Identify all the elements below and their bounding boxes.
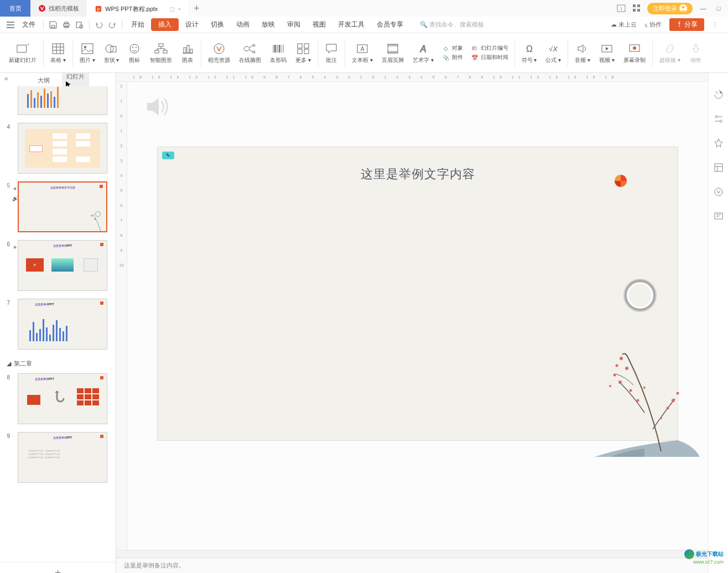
template-pane-icon[interactable] bbox=[714, 163, 724, 173]
ribbon-audio[interactable]: 音频 ▾ bbox=[570, 35, 595, 71]
ribbon-symbol[interactable]: Ω 符号 ▾ bbox=[517, 35, 542, 71]
cloud-status[interactable]: ☁ 未上云 bbox=[611, 20, 637, 29]
undo-icon[interactable] bbox=[93, 19, 105, 31]
svg-rect-37 bbox=[298, 44, 302, 48]
ribbon-slidenumber[interactable]: #⃣幻灯片编号 bbox=[471, 44, 508, 52]
ribbon-mindmap[interactable]: 在线脑图 bbox=[235, 35, 266, 71]
menu-review[interactable]: 审阅 bbox=[282, 18, 306, 31]
ribbon-action[interactable]: 动作 bbox=[685, 35, 707, 71]
slide-thumbnail-6[interactable]: 6 ★ 这里是举例PPT P bbox=[2, 240, 113, 291]
tab-find-templates-label: 找稻壳模板 bbox=[49, 4, 79, 13]
animation-pane-icon[interactable] bbox=[714, 138, 724, 148]
ribbon-attachment[interactable]: 📎附件 bbox=[442, 54, 463, 61]
circle-shape[interactable] bbox=[625, 280, 656, 311]
ribbon-hyperlink[interactable]: 超链接 ▾ bbox=[655, 35, 685, 71]
window-restore-button[interactable]: □ bbox=[714, 3, 724, 13]
menu-view[interactable]: 视图 bbox=[307, 18, 331, 31]
slide-thumbnail-4[interactable]: 4 bbox=[2, 123, 113, 174]
horizontal-scrollbar[interactable] bbox=[116, 550, 708, 558]
ribbon-screenrecord[interactable]: 屏幕录制 bbox=[619, 35, 650, 71]
ribbon-docer[interactable]: 稻壳资源 bbox=[204, 35, 235, 71]
collab-button[interactable]: 𐓯 协作 bbox=[644, 20, 662, 29]
menu-insert[interactable]: 插入 bbox=[151, 18, 179, 31]
ribbon-wordart[interactable]: A 艺术字 ▾ bbox=[408, 35, 438, 71]
hamburger-icon[interactable] bbox=[4, 19, 17, 31]
ribbon-table[interactable]: 表格 ▾ bbox=[46, 35, 70, 71]
slide-thumbnail[interactable]: ★● bbox=[2, 86, 113, 115]
outline-tab[interactable]: 大纲 bbox=[33, 75, 54, 86]
ribbon-object[interactable]: ◇对象 bbox=[442, 44, 463, 52]
slide-audio-object[interactable] bbox=[144, 93, 171, 121]
slide-thumbnail-7[interactable]: 7 这里是举例PPT bbox=[2, 299, 113, 350]
svg-point-57 bbox=[613, 374, 616, 377]
ribbon-comment[interactable]: 批注 bbox=[320, 35, 342, 71]
window-mode-icon[interactable]: 1 bbox=[616, 3, 626, 13]
hyperlink-icon bbox=[663, 42, 677, 55]
slide-thumbnail-9[interactable]: 9 这里是举例PPT 这里是举例文字内容。这里是举例文字内容。这里是举例文字内容… bbox=[2, 432, 113, 483]
menu-design[interactable]: 设计 bbox=[180, 18, 204, 31]
ribbon-shape[interactable]: 形状 ▾ bbox=[100, 35, 124, 71]
redo-icon[interactable] bbox=[106, 19, 118, 31]
ribbon-headerfooter[interactable]: 页眉页脚 bbox=[377, 35, 408, 71]
slide-thumbnail-8[interactable]: 8 这里是举例PPT bbox=[2, 373, 113, 424]
ribbon-smartart[interactable]: 智能图形 bbox=[145, 35, 176, 71]
share-button[interactable]: ⭱ 分享 bbox=[669, 18, 704, 31]
ribbon-picture[interactable]: 图片 ▾ bbox=[75, 35, 100, 71]
ruler-vertical: 21012345678910 bbox=[116, 82, 127, 550]
notes-area[interactable]: 这里是举例备注内容。 bbox=[116, 558, 708, 573]
overflow-menu[interactable]: ⋮ bbox=[712, 21, 718, 28]
slide-thumbnail-5[interactable]: 5 ★🔊 这里是举例文字内容 bbox=[2, 181, 113, 232]
svg-rect-28 bbox=[155, 50, 159, 53]
ribbon-icon[interactable]: 图标 bbox=[123, 35, 145, 71]
ribbon-barcode[interactable]: 条形码 bbox=[266, 35, 291, 71]
help-pane-icon[interactable] bbox=[714, 211, 724, 221]
ribbon-more[interactable]: 更多 ▾ bbox=[291, 35, 315, 71]
add-slide-button[interactable]: + bbox=[0, 562, 116, 573]
video-icon bbox=[600, 42, 613, 55]
svg-rect-17 bbox=[17, 45, 27, 52]
ribbon-datetime[interactable]: 📅日期和时间 bbox=[471, 54, 508, 61]
menu-transition[interactable]: 切换 bbox=[205, 18, 230, 31]
section-header[interactable]: ◢ 第二章 bbox=[0, 357, 116, 370]
tab-add-button[interactable]: + bbox=[188, 0, 205, 17]
office-logo-icon bbox=[613, 174, 628, 188]
ribbon-new-slide[interactable]: + 新建幻灯片 bbox=[4, 35, 41, 71]
design-pane-icon[interactable] bbox=[714, 90, 724, 100]
slide-title-text[interactable]: 这里是举例文字内容 bbox=[361, 166, 475, 183]
branch-decoration-icon bbox=[82, 211, 107, 232]
save-icon[interactable] bbox=[47, 19, 59, 31]
login-button[interactable]: 立即登录 bbox=[647, 3, 693, 14]
print-icon[interactable] bbox=[60, 19, 72, 31]
collapse-panel-button[interactable]: « bbox=[4, 75, 8, 82]
svg-point-63 bbox=[672, 399, 675, 402]
svg-point-0 bbox=[39, 5, 45, 12]
menu-start[interactable]: 开始 bbox=[126, 18, 150, 31]
ribbon-video[interactable]: 视频 ▾ bbox=[595, 35, 619, 71]
settings-pane-icon[interactable] bbox=[714, 114, 724, 124]
shapes-icon bbox=[105, 42, 118, 55]
slide-canvas[interactable]: ✎ 这里是举例文字内容 bbox=[158, 147, 678, 440]
menu-show[interactable]: 放映 bbox=[256, 18, 280, 31]
window-minimize-button[interactable]: — bbox=[698, 3, 708, 13]
ribbon-chart[interactable]: 图表 bbox=[176, 35, 199, 71]
tab-find-templates[interactable]: 找稻壳模板 bbox=[30, 0, 87, 17]
resource-pane-icon[interactable] bbox=[714, 187, 724, 197]
svg-point-59 bbox=[609, 385, 611, 387]
attachment-icon: 📎 bbox=[442, 54, 450, 61]
menu-vip[interactable]: 会员专享 bbox=[371, 18, 409, 31]
svg-rect-70 bbox=[715, 164, 722, 171]
menu-devtools[interactable]: 开发工具 bbox=[332, 18, 370, 31]
ribbon-equation[interactable]: √X 公式 ▾ bbox=[541, 35, 565, 71]
apps-icon[interactable] bbox=[632, 3, 642, 13]
command-search[interactable]: 🔍 查找命令、搜索模板 bbox=[420, 20, 484, 29]
tab-current-file[interactable]: P WPS PPT教程.pptx ◻ • bbox=[87, 0, 188, 17]
barcode-icon bbox=[272, 42, 285, 55]
menu-animation[interactable]: 动画 bbox=[231, 18, 255, 31]
print-preview-icon[interactable] bbox=[74, 19, 86, 31]
svg-rect-5 bbox=[633, 4, 636, 7]
menu-file[interactable]: 文件 bbox=[18, 18, 40, 31]
ribbon-textbox[interactable]: A 文本框 ▾ bbox=[347, 35, 377, 71]
tab-home[interactable]: 首页 bbox=[0, 0, 30, 17]
svg-point-34 bbox=[244, 46, 249, 51]
comment-pin-badge[interactable]: ✎ bbox=[162, 152, 174, 159]
